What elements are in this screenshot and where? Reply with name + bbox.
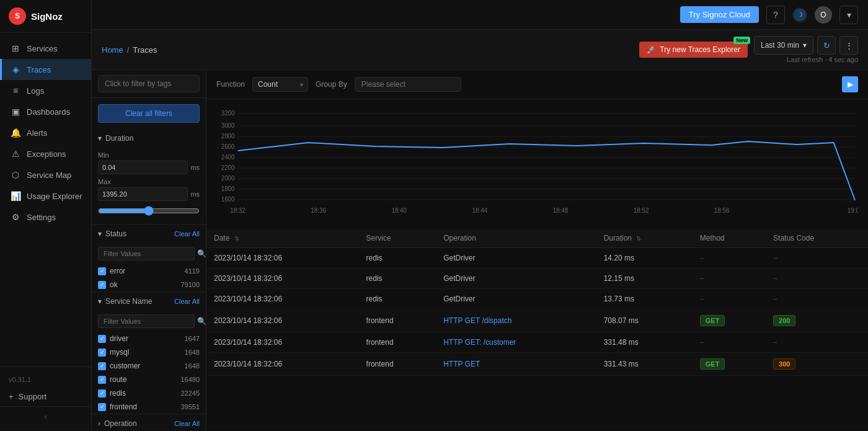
breadcrumb-home[interactable]: Home (102, 45, 123, 55)
mysql-checkbox[interactable]: ✓ (98, 349, 106, 357)
status-label: Status (105, 229, 126, 238)
operation-cell[interactable]: HTTP GET: /customer (436, 332, 596, 353)
error-checkbox[interactable]: ✓ (98, 267, 106, 275)
collapse-sidebar-button[interactable]: ‹ (0, 406, 91, 426)
service-name-header[interactable]: ▾ Service Name Clear All (92, 292, 206, 311)
support-item[interactable]: + Support (0, 387, 91, 406)
svg-text:2000: 2000 (221, 175, 235, 182)
sidebar-item-services[interactable]: ⊞ Services (0, 38, 91, 59)
sidebar-item-traces[interactable]: ◈ Traces (0, 59, 91, 80)
driver-checkbox[interactable]: ✓ (98, 335, 106, 343)
service-filter-frontend[interactable]: ✓ frontend 39551 (92, 400, 206, 414)
status-clear-button[interactable]: Clear All (174, 230, 200, 238)
service-name-title: ▾ Service Name (98, 297, 152, 306)
table-row[interactable]: 2023/10/14 18:32:06 frontend HTTP GET 33… (206, 353, 868, 376)
operation-cell[interactable]: HTTP GET (436, 353, 596, 376)
service-filter-driver[interactable]: ✓ driver 1647 (92, 332, 206, 345)
table-row[interactable]: 2023/10/14 18:32:06 redis GetDriver 14.2… (206, 248, 868, 269)
function-select[interactable]: Count (252, 77, 308, 92)
time-range-selector[interactable]: Last 30 min ▾ (754, 36, 813, 55)
method-cell: GET (693, 353, 766, 376)
sidebar-item-logs[interactable]: ≡ Logs (0, 80, 91, 101)
sidebar-item-settings[interactable]: ⚙ Settings (0, 207, 91, 228)
operation-link[interactable]: HTTP GET: /customer (443, 338, 516, 347)
svg-text:18:32: 18:32 (230, 207, 246, 214)
sidebar-bottom: v0.31.1 + Support ‹ (0, 367, 91, 431)
service-filter-mysql[interactable]: ✓ mysql 1648 (92, 345, 206, 359)
status-filter-ok[interactable]: ✓ ok 79100 (92, 278, 206, 291)
sidebar-item-usage-explorer[interactable]: 📊 Usage Explorer (0, 185, 91, 207)
operation-link[interactable]: HTTP GET (443, 360, 480, 368)
theme-toggle[interactable]: ☽ (792, 7, 807, 22)
sidebar-item-dashboards[interactable]: ▣ Dashboards (0, 101, 91, 122)
refresh-button[interactable]: ↻ (817, 36, 836, 55)
duration-cell: 14.20 ms (596, 248, 693, 269)
ok-checkbox[interactable]: ✓ (98, 281, 106, 289)
duration-slider[interactable] (98, 206, 200, 216)
ok-count: 79100 (180, 281, 200, 288)
operation-clear-button[interactable]: Clear All (174, 420, 200, 427)
service-filter-redis[interactable]: ✓ redis 22245 (92, 386, 206, 400)
filter-tag-input[interactable] (98, 75, 200, 92)
status-dash: – (773, 338, 777, 347)
service-column-header: Service (359, 229, 436, 248)
status-section-header[interactable]: ▾ Status Clear All (92, 224, 206, 243)
group-by-input[interactable] (355, 77, 461, 92)
redis-checkbox[interactable]: ✓ (98, 389, 106, 398)
frontend-checkbox[interactable]: ✓ (98, 403, 106, 411)
sidebar-item-alerts[interactable]: 🔔 Alerts (0, 122, 91, 143)
more-options-button[interactable]: ⋮ (839, 36, 858, 55)
table-row[interactable]: 2023/10/14 18:32:06 redis GetDriver 12.1… (206, 269, 868, 289)
operation-section-header[interactable]: › Operation Clear All (92, 414, 206, 431)
try-cloud-button[interactable]: Try Signoz Cloud (680, 6, 759, 23)
status-filter-error[interactable]: ✓ error 4119 (92, 264, 206, 278)
refresh-info: Last refresh · 4 sec ago (787, 56, 858, 63)
max-duration-input[interactable] (98, 187, 188, 201)
breadcrumb-sep: / (127, 45, 130, 55)
clear-all-filters-button[interactable]: Clear all filters (98, 104, 200, 123)
service-filter-input[interactable] (98, 314, 195, 328)
customer-checkbox[interactable]: ✓ (98, 362, 106, 370)
status-filter-input[interactable] (98, 247, 195, 260)
theme-dot: ☽ (794, 9, 806, 21)
user-menu-button[interactable]: ▾ (839, 6, 858, 24)
sidebar-item-exceptions[interactable]: ⚠ Exceptions (0, 143, 91, 164)
service-clear-button[interactable]: Clear All (174, 298, 200, 305)
status-code-label: Status Code (773, 234, 814, 242)
duration-cell: 331.48 ms (596, 332, 693, 353)
svg-text:1800: 1800 (221, 185, 235, 192)
table-row[interactable]: 2023/10/14 18:32:06 redis GetDriver 13.7… (206, 289, 868, 309)
new-badge: New (733, 37, 750, 44)
date-column-header[interactable]: Date ⇅ (206, 229, 359, 248)
min-duration-input[interactable] (98, 161, 188, 174)
services-icon: ⊞ (11, 43, 20, 53)
status-dash: – (773, 274, 777, 283)
method-badge: GET (700, 315, 725, 326)
time-control-row: Last 30 min ▾ ↻ ⋮ (754, 36, 858, 55)
duration-cell: 12.15 ms (596, 269, 693, 289)
duration-label: Duration (604, 234, 632, 242)
status-code-column-header: Status Code (766, 229, 868, 248)
help-button[interactable]: ? (766, 6, 785, 24)
avatar[interactable]: O (815, 6, 832, 24)
service-filter-customer[interactable]: ✓ customer 1648 (92, 359, 206, 373)
service-filter-route[interactable]: ✓ route 16480 (92, 373, 206, 386)
sidebar-item-label: Logs (27, 86, 44, 96)
route-checkbox[interactable]: ✓ (98, 376, 106, 384)
usage-explorer-icon: 📊 (11, 191, 20, 201)
status-dash: – (773, 254, 777, 262)
run-query-button[interactable]: ▶ (842, 76, 858, 92)
duration-section-header[interactable]: ▾ Duration (92, 129, 206, 148)
sidebar-item-label: Dashboards (27, 107, 70, 117)
driver-label: driver (110, 334, 128, 343)
table-row[interactable]: 2023/10/14 18:32:06 frontend HTTP GET: /… (206, 332, 868, 353)
logo[interactable]: S SigNoz (0, 0, 91, 33)
try-explorer-button[interactable]: 🚀 Try new Traces Explorer New (639, 42, 748, 58)
duration-column-header[interactable]: Duration ⇅ (596, 229, 693, 248)
operation-link[interactable]: HTTP GET /dispatch (443, 316, 512, 325)
date-label: Date (214, 234, 229, 242)
table-row[interactable]: 2023/10/14 18:32:06 frontend HTTP GET /d… (206, 309, 868, 332)
chevron-right-icon: › (98, 419, 100, 428)
sidebar-item-service-map[interactable]: ⬡ Service Map (0, 164, 91, 185)
operation-cell[interactable]: HTTP GET /dispatch (436, 309, 596, 332)
